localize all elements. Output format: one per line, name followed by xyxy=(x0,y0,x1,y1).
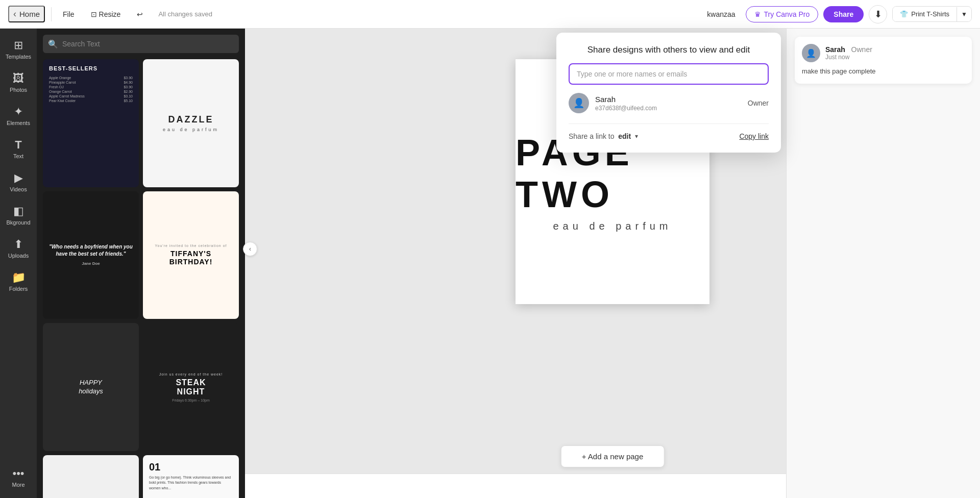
sidebar-item-uploads[interactable]: ⬆ Uploads xyxy=(3,233,34,264)
sidebar-item-background[interactable]: ◧ Bkground xyxy=(3,200,34,231)
comment-text: make this page complete xyxy=(802,66,965,77)
template-card-margaret[interactable]: Happiest Birthday, MARGARET! xyxy=(43,455,139,498)
undo-icon: ↩ xyxy=(137,10,143,18)
videos-icon: ▶ xyxy=(14,171,23,185)
saved-status: All changes saved xyxy=(158,10,212,18)
templates-grid: BEST-SELLERS Apple Orange$3.90 Pineapple… xyxy=(37,59,245,498)
sidebar-more-label: More xyxy=(12,482,24,488)
comment-time: Just now xyxy=(825,54,872,61)
sidebar-item-templates[interactable]: ⊞ Templates xyxy=(3,34,34,65)
undo-button[interactable]: ↩ xyxy=(132,7,148,21)
avatar-icon: 👤 xyxy=(573,97,584,109)
share-link-dropdown-icon[interactable]: ▾ xyxy=(635,133,638,140)
comment-avatar: 👤 xyxy=(802,44,820,62)
chevron-down-icon: ▼ xyxy=(961,11,967,18)
share-label: Share xyxy=(834,10,853,18)
sidebar-item-text[interactable]: T Text xyxy=(3,133,34,164)
share-user-role: Owner xyxy=(748,99,769,107)
template-card-dazzle[interactable]: DAZZLE eau de parfum xyxy=(143,59,239,187)
username-display[interactable]: kwanzaa xyxy=(702,7,740,21)
sidebar-photos-label: Photos xyxy=(10,87,27,93)
print-button[interactable]: 👕 Print T-Shirts xyxy=(893,7,957,21)
try-pro-button[interactable]: ♛ Try Canva Pro xyxy=(746,6,819,22)
template-card-steak-night[interactable]: Join us every end of the week! STEAKNIGH… xyxy=(143,323,239,451)
template-card-bestseller[interactable]: BEST-SELLERS Apple Orange$3.90 Pineapple… xyxy=(43,59,139,187)
share-user-email: e37d638f@uifeed.com xyxy=(595,105,742,112)
home-label: Home xyxy=(19,10,40,18)
comment-card: 👤 Sarah Owner Just now make this page co… xyxy=(795,37,972,84)
copy-link-button[interactable]: Copy link xyxy=(739,132,769,140)
sidebar-elements-label: Elements xyxy=(7,120,30,126)
resize-button[interactable]: ⊡ Resize xyxy=(86,7,126,21)
print-button-group: 👕 Print T-Shirts ▼ xyxy=(892,6,972,22)
template-card-happy-holidays[interactable]: HAPPYholidays xyxy=(43,323,139,451)
photos-icon: 🖼 xyxy=(13,72,24,85)
home-button[interactable]: ‹ Home xyxy=(8,6,45,22)
toggle-panel-button[interactable]: ‹ xyxy=(243,242,257,256)
comment-panel: 👤 Sarah Owner Just now make this page co… xyxy=(786,29,980,498)
file-label: File xyxy=(63,10,75,18)
sidebar-item-elements[interactable]: ✦ Elements xyxy=(3,100,34,131)
sidebar: ⊞ Templates 🖼 Photos ✦ Elements T Text ▶… xyxy=(0,29,37,498)
template-card-tiffany[interactable]: You're invited to the celebration of TIF… xyxy=(143,191,239,319)
topbar-right: kwanzaa ♛ Try Canva Pro Share ⬇ 👕 Print … xyxy=(702,5,972,23)
shirt-icon: 👕 xyxy=(900,10,908,18)
sidebar-videos-label: Videos xyxy=(10,186,27,192)
uploads-icon: ⬆ xyxy=(14,238,23,251)
share-user-name: Sarah xyxy=(595,95,742,104)
share-user-avatar: 👤 xyxy=(569,93,589,113)
sidebar-item-more[interactable]: ••• More xyxy=(3,462,34,493)
share-link-text: Share a link to edit xyxy=(569,132,631,140)
sidebar-folders-label: Folders xyxy=(9,286,28,292)
sidebar-uploads-label: Uploads xyxy=(8,253,29,259)
comment-author: Sarah Owner xyxy=(825,45,872,54)
share-user-row: 👤 Sarah e37d638f@uifeed.com Owner xyxy=(569,93,769,113)
share-button[interactable]: Share xyxy=(823,6,864,22)
print-dropdown-button[interactable]: ▼ xyxy=(957,7,971,21)
share-user-info: Sarah e37d638f@uifeed.com xyxy=(595,95,742,112)
search-bar: 🔍 xyxy=(43,35,239,53)
elements-icon: ✦ xyxy=(14,105,23,118)
resize-icon: ⊡ xyxy=(91,10,97,18)
search-input[interactable] xyxy=(43,35,239,53)
sidebar-item-photos[interactable]: 🖼 Photos xyxy=(3,67,34,98)
sidebar-item-folders[interactable]: 📁 Folders xyxy=(3,266,34,297)
share-dialog: Share designs with others to view and ed… xyxy=(556,33,781,153)
file-button[interactable]: File xyxy=(58,7,80,21)
resize-label: Resize xyxy=(99,10,121,18)
sidebar-templates-label: Templates xyxy=(6,54,31,60)
sidebar-background-label: Bkground xyxy=(6,219,30,226)
templates-icon: ⊞ xyxy=(14,39,23,52)
topbar-left: ‹ Home File ⊡ Resize ↩ All changes saved xyxy=(8,6,696,22)
templates-panel: 🔍 BEST-SELLERS Apple Orange$3.90 Pineapp… xyxy=(37,29,245,498)
share-email-input[interactable] xyxy=(569,63,769,85)
page-subtitle: eau de parfum xyxy=(553,220,672,232)
topbar: ‹ Home File ⊡ Resize ↩ All changes saved… xyxy=(0,0,980,29)
add-page-button[interactable]: + Add a new page xyxy=(561,445,665,467)
folders-icon: 📁 xyxy=(12,271,26,284)
template-card-fashion[interactable]: 01 Go big (or go home). Think voluminous… xyxy=(143,455,239,498)
background-icon: ◧ xyxy=(13,205,24,218)
download-button[interactable]: ⬇ xyxy=(869,5,887,23)
try-pro-label: Try Canva Pro xyxy=(764,10,810,18)
share-dialog-title: Share designs with others to view and ed… xyxy=(569,45,769,55)
add-page-label: + Add a new page xyxy=(582,452,644,461)
search-icon: 🔍 xyxy=(48,39,58,49)
more-icon: ••• xyxy=(12,467,24,480)
topbar-divider xyxy=(51,7,52,21)
sidebar-item-videos[interactable]: ▶ Videos xyxy=(3,166,34,197)
crown-icon: ♛ xyxy=(754,10,761,18)
chevron-left-icon: ‹ xyxy=(249,245,251,253)
share-link-row: Share a link to edit ▾ Copy link xyxy=(569,123,769,140)
template-card-friends[interactable]: "Who needs a boyfriend when you have the… xyxy=(43,191,139,319)
print-label: Print T-Shirts xyxy=(911,10,949,18)
text-icon: T xyxy=(15,138,21,152)
avatar-initial: 👤 xyxy=(806,48,816,58)
sidebar-text-label: Text xyxy=(13,153,23,159)
download-icon: ⬇ xyxy=(874,9,882,20)
chevron-left-icon: ‹ xyxy=(13,9,16,19)
